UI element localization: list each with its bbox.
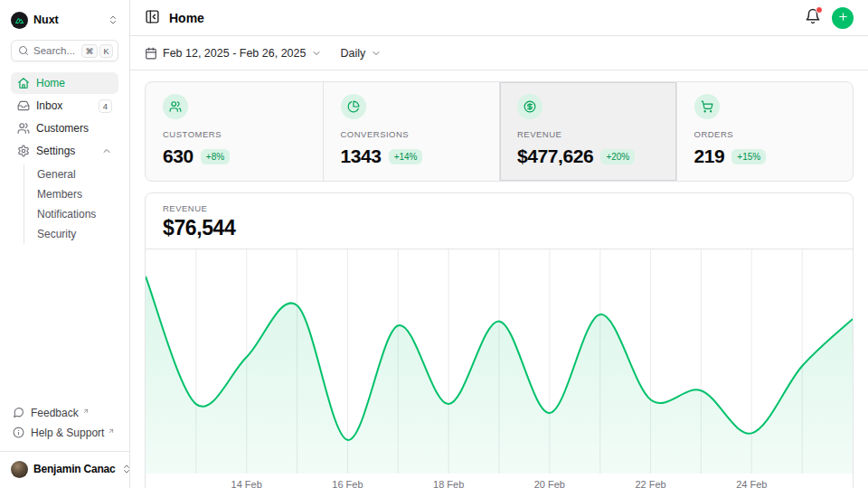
chevron-down-icon (371, 48, 382, 59)
chart-metric-value: $76,544 (163, 216, 835, 240)
nuxt-logo-icon (11, 12, 28, 29)
main-panel: Home Feb 12, 2025 - Feb 26, 2025 Daily (130, 0, 868, 488)
footer-link-label: Feedback (31, 407, 79, 419)
stat-delta-badge: +14% (389, 149, 423, 164)
date-range-label: Feb 12, 2025 - Feb 26, 2025 (163, 47, 306, 60)
stat-label: REVENUE (517, 129, 659, 139)
stat-value: 219 (694, 145, 725, 167)
sidebar-item-label: Settings (36, 145, 95, 157)
area-chart-svg (146, 249, 853, 474)
stat-card-orders[interactable]: ORDERS219+15% (676, 82, 854, 181)
notification-dot (816, 6, 823, 14)
dashboard-content: CUSTOMERS630+8%CONVERSIONS1343+14%REVENU… (130, 70, 868, 488)
stat-label: ORDERS (694, 129, 836, 139)
stat-label: CUSTOMERS (163, 129, 306, 139)
stat-delta-badge: +8% (201, 149, 230, 164)
sidebar-item-label: Home (36, 77, 112, 89)
users-icon (17, 122, 30, 135)
inbox-count-badge: 4 (99, 99, 112, 113)
period-label: Daily (340, 47, 365, 60)
footer-link-feedback[interactable]: Feedback (11, 404, 118, 424)
chart-plot-area[interactable]: 14 Feb16 Feb18 Feb20 Feb22 Feb24 Feb (146, 249, 853, 488)
chevron-down-icon (311, 48, 322, 59)
user-menu[interactable]: Benjamin Canac (11, 457, 118, 481)
stat-delta-badge: +15% (731, 149, 766, 164)
add-button[interactable] (832, 7, 854, 29)
sidebar-item-customers[interactable]: Customers (11, 117, 118, 139)
stat-label: CONVERSIONS (341, 129, 483, 139)
x-axis-tick-label: 16 Feb (332, 479, 363, 488)
stat-delta-badge: +20% (600, 149, 635, 164)
inbox-icon (17, 99, 30, 112)
chart-header: REVENUE $76,544 (146, 193, 853, 249)
header-actions (805, 7, 854, 29)
sidebar-item-label: Customers (36, 122, 112, 135)
sidebar-footer-links: FeedbackHelp & Support (11, 404, 118, 444)
workspace-switcher[interactable]: Nuxt (11, 7, 118, 33)
info-icon (13, 427, 24, 438)
sidebar-subitem-members[interactable]: Members (24, 184, 118, 204)
footer-link-label: Help & Support (31, 427, 104, 439)
stat-value: 630 (163, 145, 193, 167)
message-circle-icon (13, 407, 24, 418)
app-window: Nuxt Search... ⌘K HomeInbox4CustomersSet… (0, 0, 868, 488)
search-kbd: ⌘K (81, 44, 113, 58)
cart-icon (694, 94, 720, 119)
user-name: Benjamin Canac (33, 463, 116, 475)
stat-card-revenue[interactable]: REVENUE$477,626+20% (499, 82, 676, 181)
date-range-picker[interactable]: Feb 12, 2025 - Feb 26, 2025 (145, 47, 322, 60)
x-axis-tick-label: 22 Feb (635, 479, 665, 488)
panel-left-close-icon (145, 9, 160, 27)
notifications-button[interactable] (805, 8, 821, 27)
chevron-up-icon (101, 145, 112, 156)
gear-icon (17, 145, 30, 157)
plus-icon (837, 11, 849, 25)
sidebar-item-inbox[interactable]: Inbox4 (11, 95, 118, 117)
collapse-sidebar-button[interactable] (145, 9, 160, 27)
settings-subtree: GeneralMembersNotificationsSecurity (24, 164, 118, 244)
chart-x-axis: 14 Feb16 Feb18 Feb20 Feb22 Feb24 Feb (146, 474, 853, 488)
x-axis-tick-label: 24 Feb (736, 479, 767, 488)
sidebar-item-home[interactable]: Home (11, 72, 118, 94)
house-icon (17, 77, 30, 89)
page-title: Home (169, 11, 204, 25)
search-input[interactable]: Search... ⌘K (11, 40, 118, 61)
top-header: Home (130, 0, 868, 36)
kbd-k: K (99, 44, 113, 58)
sidebar-subitem-security[interactable]: Security (24, 224, 118, 244)
revenue-chart-card: REVENUE $76,544 14 Feb16 Feb18 Feb20 Feb… (145, 192, 854, 488)
period-select[interactable]: Daily (340, 47, 382, 60)
workspace-name: Nuxt (33, 14, 102, 26)
stat-value: $477,626 (517, 145, 593, 167)
sidebar-divider (0, 451, 129, 452)
stat-card-conversions[interactable]: CONVERSIONS1343+14% (323, 82, 500, 181)
sidebar-spacer (11, 244, 118, 404)
users-icon (163, 94, 188, 119)
x-axis-tick-label: 20 Feb (534, 479, 565, 488)
sidebar-subitem-general[interactable]: General (24, 164, 118, 184)
sidebar: Nuxt Search... ⌘K HomeInbox4CustomersSet… (0, 0, 130, 488)
chart-metric-label: REVENUE (163, 203, 835, 213)
footer-link-help-support[interactable]: Help & Support (11, 424, 118, 444)
sidebar-subitem-notifications[interactable]: Notifications (24, 204, 118, 224)
external-link-icon (108, 425, 115, 437)
filters-toolbar: Feb 12, 2025 - Feb 26, 2025 Daily (130, 36, 868, 70)
x-axis-tick-label: 14 Feb (231, 479, 262, 488)
circle-dollar-icon (517, 94, 542, 119)
external-link-icon (82, 405, 90, 418)
chevrons-up-down-icon (108, 14, 118, 25)
x-axis-tick-label: 18 Feb (433, 479, 464, 488)
stat-card-customers[interactable]: CUSTOMERS630+8% (146, 82, 323, 181)
kbd-cmd: ⌘ (81, 44, 98, 58)
sidebar-item-settings[interactable]: Settings (11, 140, 118, 162)
chart-pie-icon (341, 94, 366, 119)
calendar-icon (145, 47, 157, 60)
avatar (11, 461, 28, 478)
stat-value: 1343 (341, 145, 382, 167)
stats-row: CUSTOMERS630+8%CONVERSIONS1343+14%REVENU… (145, 81, 854, 182)
search-icon (18, 45, 29, 56)
search-placeholder: Search... (33, 45, 77, 56)
sidebar-nav: HomeInbox4CustomersSettingsGeneralMember… (11, 72, 118, 244)
sidebar-item-label: Inbox (36, 99, 92, 112)
